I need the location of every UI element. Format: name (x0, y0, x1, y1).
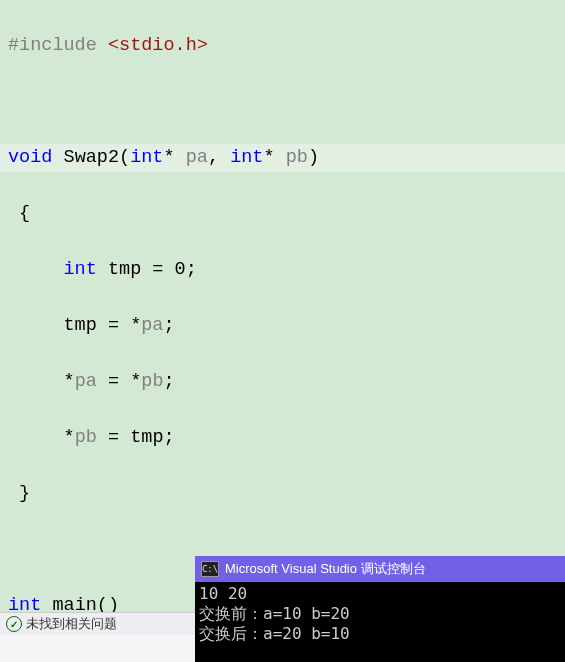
console-line: 交换前：a=10 b=20 (199, 604, 350, 623)
code-line[interactable]: void Swap2(int* pa, int* pb) (0, 144, 565, 172)
code-line[interactable]: int tmp = 0; (0, 256, 565, 284)
console-title-text: Microsoft Visual Studio 调试控制台 (225, 559, 426, 579)
include-file: <stdio.h> (108, 35, 208, 56)
console-icon: C:\ (201, 561, 219, 577)
type-keyword: int (130, 147, 163, 168)
preproc-directive: #include (8, 35, 97, 56)
code-line[interactable]: #include <stdio.h> (0, 32, 565, 60)
type-keyword: int (230, 147, 263, 168)
code-line[interactable]: tmp = *pa; (0, 312, 565, 340)
check-icon: ✓ (6, 616, 22, 632)
variable: tmp (130, 427, 163, 448)
code-line[interactable]: { (0, 200, 565, 228)
bottom-strip (0, 635, 195, 662)
number-literal: 0 (175, 259, 186, 280)
status-text: 未找到相关问题 (26, 615, 117, 633)
variable: pa (75, 371, 97, 392)
param-name: pb (286, 147, 308, 168)
variable: pa (141, 315, 163, 336)
debug-console-window[interactable]: C:\ Microsoft Visual Studio 调试控制台 10 20 … (195, 556, 565, 662)
code-line[interactable]: *pa = *pb; (0, 368, 565, 396)
status-bar: ✓ 未找到相关问题 (0, 612, 202, 635)
console-titlebar[interactable]: C:\ Microsoft Visual Studio 调试控制台 (195, 556, 565, 582)
type-keyword: int (64, 259, 97, 280)
function-name: Swap2 (64, 147, 120, 168)
console-line: 交换后：a=20 b=10 (199, 624, 350, 643)
variable: pb (141, 371, 163, 392)
param-name: pa (186, 147, 208, 168)
variable: tmp (64, 315, 97, 336)
keyword: void (8, 147, 52, 168)
variable: pb (75, 427, 97, 448)
variable: tmp (108, 259, 141, 280)
console-line: 10 20 (199, 584, 247, 603)
code-line[interactable]: *pb = tmp; (0, 424, 565, 452)
code-line[interactable]: } (0, 480, 565, 508)
console-output[interactable]: 10 20 交换前：a=10 b=20 交换后：a=20 b=10 (195, 582, 565, 646)
code-line[interactable] (0, 88, 565, 116)
